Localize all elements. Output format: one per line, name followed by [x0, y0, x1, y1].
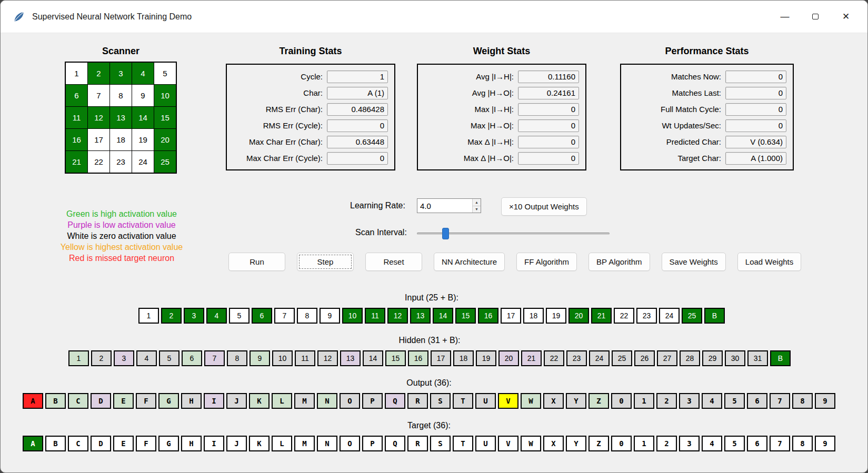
- learning-rate-input[interactable]: [417, 199, 472, 213]
- output-neuron: K: [249, 393, 270, 409]
- output-neuron: T: [453, 393, 473, 409]
- target-neuron: 8: [792, 436, 813, 451]
- input-layer-title: Input (25 + B):: [138, 293, 725, 303]
- output-neuron: P: [362, 393, 383, 409]
- load-weights-button[interactable]: Load Weights: [737, 253, 801, 271]
- training-stats-title: Training Stats: [226, 46, 395, 57]
- stat-row: Max |H→O|:0: [418, 117, 585, 134]
- hidden-neuron: 25: [612, 350, 632, 366]
- target-neuron: Y: [566, 436, 586, 451]
- minimize-button[interactable]: —: [770, 1, 800, 33]
- hidden-neuron: 27: [657, 350, 677, 366]
- stat-label: Avg |I→H|:: [476, 72, 514, 81]
- hidden-neuron: 8: [227, 350, 247, 366]
- stat-row: RMS Err (Char):0.486428: [227, 101, 394, 117]
- input-neuron: 1: [138, 308, 159, 324]
- target-neuron: B: [45, 436, 66, 451]
- scanner-cell: 24: [132, 151, 154, 173]
- stat-row: Char:A (1): [227, 85, 394, 101]
- input-neuron: B: [704, 308, 725, 324]
- target-neuron: 2: [656, 436, 677, 451]
- hidden-neuron: 15: [385, 350, 406, 366]
- output-neuron: Y: [566, 393, 586, 409]
- spinner-up-button[interactable]: ▲: [473, 199, 481, 206]
- output-neuron: 6: [747, 393, 767, 409]
- bp-algorithm-button[interactable]: BP Algorithm: [588, 253, 650, 271]
- legend-line: Yellow is highest activation value: [48, 241, 195, 253]
- target-layer-title: Target (36):: [23, 421, 835, 430]
- hidden-neuron: 2: [91, 350, 112, 366]
- output-neuron: 7: [770, 393, 790, 409]
- hidden-neuron: 24: [589, 350, 610, 366]
- input-neuron: 23: [636, 308, 657, 324]
- target-neuron: D: [91, 436, 111, 451]
- maximize-button[interactable]: [800, 1, 831, 33]
- legend-line: White is zero activation value: [48, 230, 195, 241]
- target-neuron: 4: [702, 436, 722, 451]
- scanner-cell: 3: [110, 63, 132, 84]
- stat-label: Predicted Char:: [666, 137, 721, 146]
- hidden-neuron: 6: [182, 350, 202, 366]
- reset-button[interactable]: Reset: [365, 253, 422, 271]
- stat-row: Wt Updates/Sec:0: [621, 117, 793, 134]
- input-neuron: 11: [365, 308, 385, 324]
- slider-thumb[interactable]: [442, 228, 449, 239]
- hidden-neuron: 17: [431, 350, 451, 366]
- stat-value: 0: [725, 119, 786, 132]
- window-controls: — ✕: [770, 1, 867, 33]
- ff-algorithm-button[interactable]: FF Algorithm: [516, 253, 577, 271]
- hidden-neuron: 13: [340, 350, 361, 366]
- hidden-neuron: 5: [159, 350, 179, 366]
- x10-output-weights-button[interactable]: ×10 Output Weights: [501, 197, 587, 216]
- scan-interval-slider[interactable]: [417, 227, 610, 240]
- stat-value: 0.486428: [327, 103, 388, 116]
- input-neuron: 15: [455, 308, 476, 324]
- close-button[interactable]: ✕: [831, 1, 861, 33]
- stat-value: 0: [725, 103, 786, 116]
- spinner-down-button[interactable]: ▼: [473, 206, 481, 213]
- input-neuron: 14: [433, 308, 453, 324]
- stat-value: 0: [725, 71, 786, 83]
- input-layer-row: 1234567891011121314151617181920212223242…: [138, 308, 725, 324]
- stat-value: 0.63448: [327, 136, 388, 148]
- hidden-neuron: B: [770, 350, 791, 366]
- scanner-cell: 9: [132, 85, 154, 106]
- run-button[interactable]: Run: [228, 253, 285, 271]
- save-weights-button[interactable]: Save Weights: [662, 253, 726, 271]
- output-neuron: L: [272, 393, 292, 409]
- hidden-neuron: 30: [725, 350, 745, 366]
- output-neuron: N: [317, 393, 337, 409]
- hidden-neuron: 18: [453, 350, 474, 366]
- hidden-neuron: 10: [272, 350, 293, 366]
- scanner-cell: 16: [66, 129, 87, 150]
- learning-rate-spinbox: ▲ ▼: [417, 198, 481, 213]
- stat-label: Max Char Err (Cycle):: [246, 154, 323, 163]
- weight-stats-title: Weight Stats: [417, 46, 586, 57]
- scanner-cell: 1: [66, 63, 87, 84]
- output-neuron: 1: [634, 393, 654, 409]
- stat-row: Matches Now:0: [621, 68, 793, 85]
- stat-value: 0: [327, 119, 388, 132]
- output-neuron: E: [113, 393, 134, 409]
- input-neuron: 10: [342, 308, 363, 324]
- stat-value: 0.24161: [518, 87, 579, 99]
- legend-line: Red is missed target neuron: [48, 253, 195, 264]
- stat-row: Max |I→H|:0: [418, 101, 585, 117]
- output-neuron: F: [136, 393, 156, 409]
- output-layer-row: ABCDEFGHIJKLMNOPQRSTUVWXYZ0123456789: [23, 393, 835, 409]
- app-window: Supervised Neural Network Training Demo …: [0, 0, 868, 473]
- output-neuron: B: [45, 393, 66, 409]
- weight-stats-box: Avg |I→H|:0.11160Avg |H→O|:0.24161Max |I…: [417, 64, 586, 170]
- stat-label: RMS Err (Cycle):: [263, 121, 323, 130]
- scanner-cell: 6: [66, 85, 87, 106]
- scanner-cell: 19: [132, 129, 154, 150]
- training-stats-box: Cycle:1Char:A (1)RMS Err (Char):0.486428…: [226, 64, 395, 170]
- step-button[interactable]: Step: [297, 253, 354, 271]
- hidden-neuron: 21: [521, 350, 542, 366]
- hidden-neuron: 4: [136, 350, 157, 366]
- nn-architecture-button[interactable]: NN Architecture: [434, 253, 505, 271]
- target-neuron: R: [407, 436, 428, 451]
- stat-label: Max |I→H|:: [475, 105, 514, 114]
- input-neuron: 7: [274, 308, 295, 324]
- scanner-title: Scanner: [65, 46, 177, 57]
